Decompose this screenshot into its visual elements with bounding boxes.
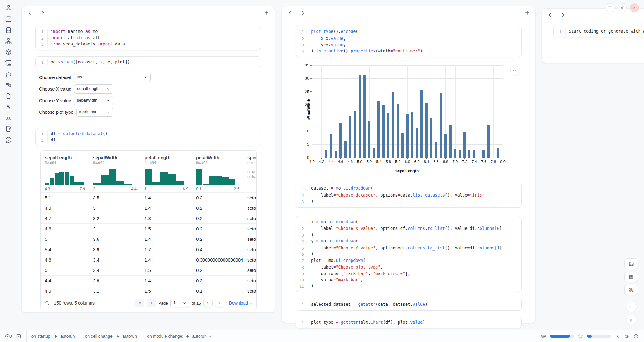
bar[interactable] [368, 121, 370, 158]
altair-bar-chart[interactable]: 051015202530354.04.24.44.64.85.05.25.45.… [296, 61, 522, 175]
bar[interactable] [482, 150, 485, 158]
bar[interactable] [325, 150, 327, 158]
bar[interactable] [401, 133, 404, 158]
generate-ai-link[interactable]: generate [608, 29, 628, 34]
sidebar-file-tree-icon[interactable] [5, 5, 12, 12]
bar[interactable] [416, 128, 418, 158]
sidebar-sitemap-icon[interactable] [5, 38, 12, 45]
column-collapse-right-button[interactable] [40, 10, 45, 16]
code-cell[interactable]: 1plot_type = getattr(alt.Chart(df), plot… [296, 317, 522, 329]
empty-code-cell[interactable]: 1 Start coding or generate with AI [553, 26, 644, 37]
runtime-config-2[interactable]: on cell change:autorun [80, 330, 142, 342]
runtime-config-3[interactable]: on module change:autorun [142, 330, 217, 342]
last-page-button[interactable]: » [215, 299, 224, 307]
code-cell[interactable]: 1⌄dataset = mo.ui.dropdown(2 label="Choo… [296, 183, 522, 208]
bar[interactable] [459, 150, 461, 158]
bar[interactable] [449, 125, 452, 158]
column-collapse-left-button[interactable] [547, 12, 553, 18]
sidebar-function-icon[interactable]: f [5, 16, 12, 23]
add-cell-button[interactable] [264, 10, 269, 16]
table-row[interactable]: 4.63.41.40.30000000000000004setosa [41, 255, 256, 265]
bar[interactable] [440, 93, 442, 158]
bar[interactable] [354, 111, 356, 158]
code-cell[interactable]: 1df = selected_dataset()2df [35, 128, 261, 146]
bar[interactable] [454, 149, 456, 158]
dropdown-choose-dataset[interactable]: iris [74, 73, 151, 82]
settings-button[interactable] [618, 3, 627, 12]
code-cell[interactable]: 1mo.vstack([dataset, x, y, plot]) [35, 56, 261, 68]
table-row[interactable]: 4.73.21.30.2setosa [41, 213, 256, 223]
column-collapse-left-button[interactable] [288, 10, 293, 16]
column-header-sepalWidth[interactable]: sepalWidthfloat6424.4 [89, 151, 140, 192]
page-select[interactable]: 1 [170, 299, 189, 307]
column-header-petalWidth[interactable]: petalWidthfloat640.12.5 [192, 151, 243, 192]
column-header-species[interactable]: speciesobjectuniquenulls: [243, 151, 256, 192]
bar[interactable] [425, 103, 428, 158]
stop-button[interactable] [626, 302, 636, 312]
bar[interactable] [487, 125, 490, 158]
sidebar-notebook-edit-icon[interactable] [5, 126, 12, 132]
bar[interactable] [349, 116, 351, 158]
bar[interactable] [444, 134, 447, 158]
bar[interactable] [411, 112, 413, 158]
sidebar-package-icon[interactable] [5, 49, 12, 55]
shutdown-button[interactable] [630, 3, 639, 12]
sidebar-script-icon[interactable] [5, 60, 12, 66]
bar[interactable] [392, 92, 394, 158]
dropdown-choose-plot-type[interactable]: mark_bar [76, 108, 113, 117]
runtime-config-1[interactable]: on startup:autorun [27, 330, 80, 342]
previous-page-button[interactable]: ‹ [147, 299, 156, 307]
sidebar-code-inline-icon[interactable] [5, 115, 12, 121]
column-collapse-right-button[interactable] [300, 10, 306, 16]
dropdown-choose-y-value[interactable]: sepalWidth [74, 96, 113, 105]
bar[interactable] [463, 132, 466, 158]
table-row[interactable]: 4.63.11.50.2setosa [41, 223, 256, 234]
bar[interactable] [430, 118, 432, 158]
bar[interactable] [363, 75, 366, 158]
column-header-sepalLength[interactable]: sepalLengthfloat644.37.9 [41, 151, 89, 192]
sidebar-document-icon[interactable] [5, 93, 12, 99]
add-cell-button[interactable] [524, 10, 530, 16]
terminal-button[interactable] [14, 330, 26, 342]
code-cell[interactable]: 1import marimo as mo2import altair as al… [35, 26, 261, 50]
table-row[interactable]: 4.93.11.50.1setosa [41, 286, 256, 296]
table-row[interactable]: 53.61.40.2setosa [41, 234, 256, 244]
bar[interactable] [359, 75, 361, 158]
dropdown-choose-x-value[interactable]: sepalLength [74, 84, 113, 94]
bar[interactable] [420, 90, 423, 158]
bar[interactable] [387, 113, 389, 158]
run-button[interactable] [626, 315, 636, 325]
table-row[interactable]: 5.13.51.40.2setosa [41, 192, 256, 203]
table-row[interactable]: 5.43.91.70.4setosa [41, 244, 256, 255]
bar[interactable] [397, 104, 399, 158]
table-row[interactable]: 4.931.40.2setosa [41, 203, 256, 213]
code-cell[interactable]: 1⌄x = mo.ui.dropdown(2 label="Choose X v… [296, 216, 522, 292]
sidebar-activity-icon[interactable] [5, 104, 12, 110]
bar[interactable] [339, 123, 342, 158]
bar[interactable] [473, 150, 475, 158]
bar[interactable] [435, 142, 437, 158]
next-page-button[interactable]: › [203, 299, 213, 307]
chart-menu-button[interactable]: ⋯ [510, 66, 520, 75]
check-circle-icon[interactable] [633, 334, 639, 339]
bar[interactable] [344, 141, 347, 158]
sidebar-help-icon[interactable]: ? [5, 137, 12, 143]
bar[interactable] [382, 105, 385, 158]
bar[interactable] [406, 114, 409, 158]
code-cell[interactable]: 1⌄plot_type().encode(2 x=x.value,3 y=y.v… [296, 26, 522, 57]
bar[interactable] [377, 101, 380, 158]
bar[interactable] [373, 148, 375, 158]
save-button[interactable] [624, 258, 638, 269]
bar[interactable] [335, 151, 337, 158]
sidebar-database-icon[interactable] [5, 27, 12, 34]
first-page-button[interactable]: « [135, 299, 144, 307]
bar[interactable] [497, 148, 499, 158]
keyboard-shortcuts-button[interactable]: ⌘ [624, 285, 638, 295]
column-header-petalLength[interactable]: petalLengthfloat6416.9 [140, 151, 192, 192]
column-collapse-right-button[interactable] [560, 12, 566, 18]
column-collapse-left-button[interactable] [27, 10, 33, 16]
table-row[interactable]: 4.42.91.40.2setosa [41, 275, 256, 286]
bar[interactable] [468, 150, 470, 158]
table-row[interactable]: 53.41.50.2setosa [41, 265, 256, 275]
download-button[interactable]: Download [229, 301, 253, 305]
